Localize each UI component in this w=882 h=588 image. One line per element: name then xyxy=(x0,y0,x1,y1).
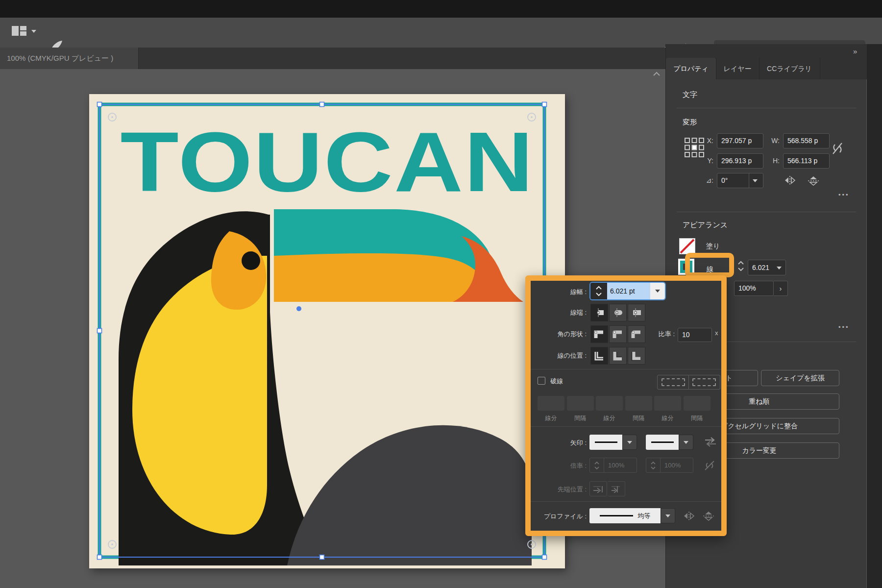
selection-overlay xyxy=(89,94,565,568)
arrowhead-scale-end: 100% xyxy=(646,458,693,473)
dashed-line-label: 破線 xyxy=(550,377,563,386)
tab-cc-libraries[interactable]: CCライブラリ xyxy=(759,58,820,79)
section-appearance: アピアランス xyxy=(683,220,728,230)
link-scale-icon xyxy=(703,459,716,474)
fill-label[interactable]: 塗り xyxy=(706,242,720,251)
document-tab[interactable]: 100% (CMYK/GPU プレビュー ) xyxy=(0,48,139,69)
scroll-up-icon[interactable] xyxy=(653,71,661,78)
flip-vertical-icon[interactable] xyxy=(807,175,820,188)
workspace-switcher-icon[interactable] xyxy=(12,25,26,38)
selection-handles xyxy=(98,102,547,560)
align-stroke-inside-button[interactable] xyxy=(609,347,627,365)
tip-align-button xyxy=(608,481,625,496)
angle-combo[interactable]: 0° xyxy=(717,173,763,188)
arrowhead-start-dropdown[interactable] xyxy=(589,435,637,450)
miter-limit-field[interactable]: 10 xyxy=(678,328,712,342)
tab-properties[interactable]: プロパティ xyxy=(666,58,716,79)
flip-horizontal-icon[interactable] xyxy=(784,175,796,187)
chevron-down-icon xyxy=(777,267,782,270)
dash-field-label: 線分 xyxy=(538,414,564,422)
h-label: H: xyxy=(766,157,780,165)
arrowhead-scale-label: 倍率 : xyxy=(531,462,587,470)
align-stroke-center-button[interactable] xyxy=(590,347,608,365)
x-field[interactable]: 297.057 p xyxy=(717,133,763,148)
live-corner-widgets xyxy=(108,113,536,548)
expand-shape-button[interactable]: シェイプを拡張 xyxy=(761,370,839,386)
fill-swatch-none[interactable] xyxy=(679,238,695,254)
arrowhead-scale-start: 100% xyxy=(589,458,637,473)
link-dimensions-icon[interactable] xyxy=(831,141,844,158)
bevel-join-button[interactable] xyxy=(628,325,645,343)
w-field[interactable]: 568.558 p xyxy=(783,133,830,148)
rotate-angle-label: ⊿: xyxy=(697,176,713,184)
divider xyxy=(531,426,721,427)
appearance-more-options-icon[interactable]: ••• xyxy=(838,323,850,331)
profile-label: プロファイル : xyxy=(531,512,587,521)
miter-limit-suffix: x xyxy=(715,329,718,337)
application-bar: Adobe Stock を検索 xyxy=(0,18,882,48)
width-profile-dropdown[interactable]: 均等 xyxy=(589,508,675,523)
y-label: Y: xyxy=(701,157,713,165)
collapse-panels-icon[interactable]: » xyxy=(853,47,857,55)
dash-field-label: 線分 xyxy=(596,414,623,422)
document-tab-bar: 100% (CMYK/GPU プレビュー ) xyxy=(0,48,665,69)
divider xyxy=(531,501,721,502)
tip-extend-button xyxy=(589,481,607,496)
round-cap-button[interactable] xyxy=(609,304,627,321)
stroke-highlight-annotation xyxy=(685,253,734,277)
profile-value: 均等 xyxy=(638,512,651,520)
stroke-weight-dropdown[interactable] xyxy=(650,283,665,299)
profile-flip-across-icon xyxy=(683,511,695,523)
projecting-cap-button[interactable] xyxy=(628,304,645,321)
section-text[interactable]: 文字 xyxy=(683,90,697,99)
preserve-dashes-button[interactable] xyxy=(657,375,689,390)
dash-field[interactable] xyxy=(538,396,564,411)
arrowheads-label: 矢印 : xyxy=(531,439,587,447)
tab-separator xyxy=(820,58,820,79)
cap-label: 線端 : xyxy=(531,308,587,317)
stroke-weight-stepper[interactable] xyxy=(737,260,745,274)
divider xyxy=(531,369,721,369)
y-field[interactable]: 296.913 p xyxy=(717,153,763,169)
transform-more-options-icon[interactable]: ••• xyxy=(838,191,850,198)
align-dashes-button[interactable] xyxy=(688,375,720,390)
gap-field-label: 間隔 xyxy=(684,414,710,422)
stroke-weight-input-group[interactable]: 6.021 pt xyxy=(590,283,665,299)
butt-cap-button[interactable] xyxy=(590,304,608,321)
tab-layers[interactable]: レイヤー xyxy=(716,58,759,79)
gap-field[interactable] xyxy=(567,396,594,411)
selection-bounding-box xyxy=(99,104,544,557)
dash-field[interactable] xyxy=(596,396,623,411)
dash-field-label: 線分 xyxy=(654,414,681,422)
dashed-line-checkbox[interactable] xyxy=(538,377,545,385)
section-transform: 変形 xyxy=(683,118,697,127)
w-label: W: xyxy=(766,137,780,145)
workspace-chevron-down-icon[interactable] xyxy=(31,30,36,33)
chevron-down-icon xyxy=(753,179,758,182)
align-stroke-outside-button[interactable] xyxy=(628,347,645,365)
swap-arrowheads-icon[interactable] xyxy=(704,437,717,449)
divider xyxy=(677,108,856,108)
corner-label: 角の形状 : xyxy=(531,330,587,339)
round-join-button[interactable] xyxy=(609,325,627,343)
stroke-weight-stepper[interactable] xyxy=(590,283,607,299)
artboard[interactable]: TOUCAN xyxy=(89,94,565,568)
arrowhead-tip-label: 先端位置 : xyxy=(531,485,587,494)
window-title-strip xyxy=(0,0,882,18)
opacity-expand-button[interactable]: › xyxy=(774,281,788,296)
gap-field[interactable] xyxy=(684,396,710,411)
opacity-field[interactable]: 100% xyxy=(734,281,774,296)
anchor-point xyxy=(296,306,301,311)
stroke-options-popup: 線幅 : 6.021 pt 線端 : 角の形状 : 比率 : 10 x 線の位置… xyxy=(525,275,727,536)
h-field[interactable]: 566.113 p xyxy=(783,153,830,169)
miter-join-button[interactable] xyxy=(590,325,608,343)
x-label: X: xyxy=(701,137,713,145)
arrowhead-end-dropdown[interactable] xyxy=(646,435,693,450)
stroke-weight-label: 線幅 : xyxy=(531,288,587,296)
stroke-weight-combo[interactable]: 6.021 xyxy=(748,260,786,275)
gap-field[interactable] xyxy=(625,396,652,411)
stroke-weight-input[interactable]: 6.021 pt xyxy=(607,283,650,299)
miter-limit-label: 比率 : xyxy=(646,330,675,339)
profile-flip-along-icon xyxy=(702,511,715,523)
dash-field[interactable] xyxy=(654,396,681,411)
